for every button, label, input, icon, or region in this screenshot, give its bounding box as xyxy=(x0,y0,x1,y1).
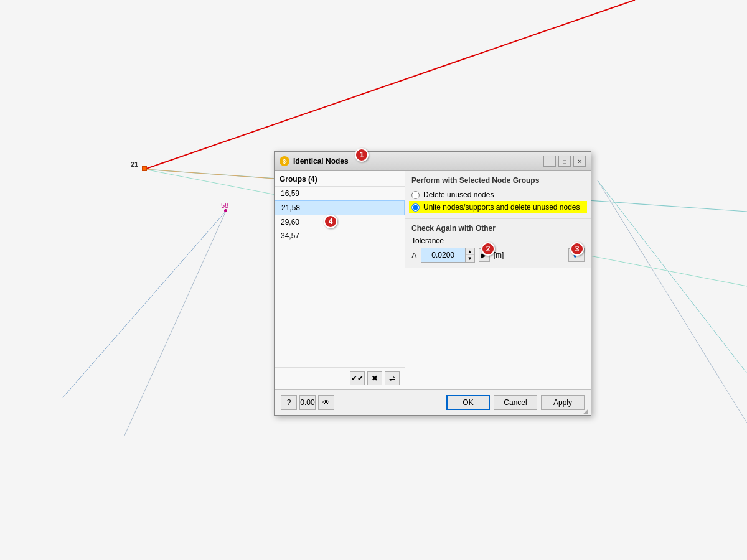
radio-unite-input[interactable] xyxy=(411,203,420,212)
info-button[interactable]: 0.00 xyxy=(299,395,316,410)
radio-unite-option[interactable]: Unite nodes/supports and delete unused n… xyxy=(409,201,587,213)
tolerance-input-wrapper: ▲ ▼ xyxy=(421,248,475,263)
perform-section-title: Perform with Selected Node Groups xyxy=(411,176,585,185)
list-item[interactable]: 16,59 xyxy=(275,187,405,200)
select-all-button[interactable]: ✔✔ xyxy=(350,371,365,385)
unit-label: [m] xyxy=(494,251,504,259)
radio-delete-label[interactable]: Delete unused nodes xyxy=(423,190,494,199)
badge-1: 1 xyxy=(355,148,369,162)
badge-4: 4 xyxy=(324,215,337,228)
right-panel: Perform with Selected Node Groups Delete… xyxy=(405,171,591,389)
footer-actions: OK Cancel Apply xyxy=(446,395,585,410)
tolerance-label: Tolerance xyxy=(411,236,585,245)
groups-list: 16,59 21,58 29,60 34,57 xyxy=(275,187,405,243)
node-label-21: 21 xyxy=(131,161,138,168)
ok-button[interactable]: OK xyxy=(446,395,490,410)
identical-nodes-dialog: ⚙ Identical Nodes — □ ✕ Groups (4) 16,59… xyxy=(274,151,591,416)
help-button[interactable]: ? xyxy=(281,395,297,410)
tolerance-row: Δ ▲ ▼ ▶ [m] ✔ xyxy=(411,248,585,263)
groups-header: Groups (4) xyxy=(275,171,405,187)
deselect-button[interactable]: ✖ xyxy=(367,371,382,385)
svg-line-4 xyxy=(62,211,226,398)
maximize-button[interactable]: □ xyxy=(558,156,571,167)
tolerance-spinners: ▲ ▼ xyxy=(465,248,474,262)
minimize-button[interactable]: — xyxy=(543,156,556,167)
badge-2: 2 xyxy=(481,242,495,256)
badge-3: 3 xyxy=(570,242,584,256)
groups-toolbar: ✔✔ ✖ ⇌ xyxy=(275,367,405,389)
apply-button[interactable]: Apply xyxy=(541,395,585,410)
node-label-58: 58 xyxy=(221,202,228,209)
dialog-icon: ⚙ xyxy=(280,156,289,166)
dialog-title-left: ⚙ Identical Nodes xyxy=(280,156,349,166)
radio-unite-label[interactable]: Unite nodes/supports and delete unused n… xyxy=(423,203,580,212)
list-item-selected[interactable]: 21,58 xyxy=(275,200,405,215)
svg-line-5 xyxy=(125,211,226,436)
groups-panel: Groups (4) 16,59 21,58 29,60 34,57 ✔✔ ✖ … xyxy=(275,171,405,389)
results-area xyxy=(405,268,591,389)
dialog-title: Identical Nodes xyxy=(293,157,349,166)
svg-line-7 xyxy=(598,180,747,423)
svg-line-6 xyxy=(598,180,747,373)
close-button[interactable]: ✕ xyxy=(573,156,586,167)
footer-tools: ? 0.00 👁 xyxy=(281,395,334,410)
svg-line-0 xyxy=(144,0,635,169)
dialog-titlebar: ⚙ Identical Nodes — □ ✕ xyxy=(275,152,591,171)
resize-handle[interactable]: ◢ xyxy=(583,408,590,414)
list-item[interactable]: 34,57 xyxy=(275,229,405,243)
invert-selection-button[interactable]: ⇌ xyxy=(385,371,400,385)
dialog-footer: ? 0.00 👁 OK Cancel Apply xyxy=(275,390,591,415)
dialog-title-controls: — □ ✕ xyxy=(543,156,586,167)
dialog-body: Groups (4) 16,59 21,58 29,60 34,57 ✔✔ ✖ … xyxy=(275,171,591,415)
check-section-title: Check Again with Other xyxy=(411,224,585,233)
check-section: Check Again with Other Tolerance Δ ▲ ▼ ▶ xyxy=(405,219,591,268)
node-dot-21 xyxy=(142,166,147,171)
view-button[interactable]: 👁 xyxy=(318,395,334,410)
groups-list-area[interactable]: 16,59 21,58 29,60 34,57 xyxy=(275,187,405,367)
radio-delete-option[interactable]: Delete unused nodes xyxy=(411,189,585,201)
node-dot-58 xyxy=(224,209,227,212)
perform-section: Perform with Selected Node Groups Delete… xyxy=(405,171,591,219)
dialog-content: Groups (4) 16,59 21,58 29,60 34,57 ✔✔ ✖ … xyxy=(275,171,591,390)
spin-down-button[interactable]: ▼ xyxy=(466,255,474,262)
radio-delete-input[interactable] xyxy=(411,191,420,199)
spin-up-button[interactable]: ▲ xyxy=(466,248,474,255)
cancel-button[interactable]: Cancel xyxy=(494,395,537,410)
tolerance-input[interactable] xyxy=(421,248,465,262)
list-item[interactable]: 29,60 xyxy=(275,215,405,229)
delta-symbol: Δ xyxy=(411,251,417,260)
